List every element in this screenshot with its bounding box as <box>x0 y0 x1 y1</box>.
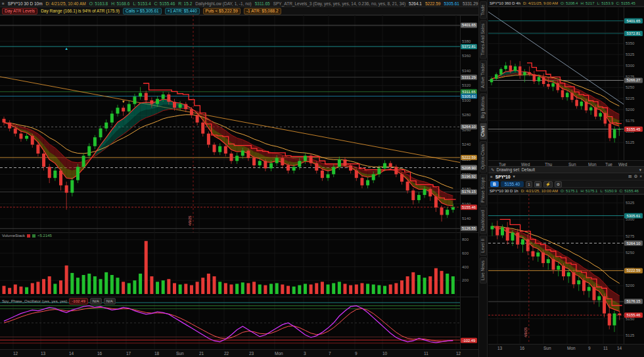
chart-b-time-axis[interactable]: 1316SunMon91114 <box>488 344 644 350</box>
oscillator-label-text: Spy_Phase_Oscillator (yes, yes, yes) <box>2 299 67 303</box>
sidebar-tab-active-trader[interactable]: Active Trader <box>480 60 487 91</box>
sidebar-tab-times-and-sales[interactable]: Times And Sales <box>480 20 487 59</box>
right-sidebar: SPY*10 360 D 4hD: 4/21/25, 9:00 AMO: 520… <box>488 0 644 357</box>
header-field: H: 5175.1 <box>580 189 597 193</box>
svg-text:5222.59: 5222.59 <box>462 156 476 159</box>
drawing-set-bar[interactable]: ✎ Drawing set: Default ▾ <box>488 166 644 173</box>
x-axis-label: 10 <box>382 351 387 356</box>
toolbar-field: H: 5168.6 <box>111 1 129 6</box>
atr-chip: +1 ATR: $5,440 <box>165 8 200 14</box>
svg-text:5208.90: 5208.90 <box>462 166 476 170</box>
chart-b-header: SPY*10 30 D 1hD: 4/21/25, 10:00 AMO: 517… <box>488 188 644 194</box>
header-field: C: 5155.46 <box>620 189 639 193</box>
gear-icon[interactable]: ⚙ <box>633 174 637 179</box>
toolbar-field: 5264.1 <box>409 1 422 6</box>
toolbar-field: 5222.59 <box>425 1 441 6</box>
svg-text:5125: 5125 <box>626 333 635 337</box>
rows-icon[interactable]: ▤ <box>534 181 542 188</box>
volume-value: <5.2145 <box>37 234 52 238</box>
svg-text:5372.81: 5372.81 <box>627 32 641 35</box>
main-price-chart[interactable]: 5400538053605340532053005280526052405220… <box>0 15 478 232</box>
chart-b-1h[interactable]: 5325530052755250522552005175515051254/9/… <box>488 194 644 344</box>
sidebar-tab-phase-scope[interactable]: Phase Scope <box>480 174 487 206</box>
toolbar-field: DailyHighLow (DAY, 1, -1, no) <box>195 1 251 6</box>
x-axis-label: 14 <box>69 351 74 356</box>
svg-text:600: 600 <box>462 251 469 255</box>
atr-chip: -1 ATR: $5,088.2 <box>244 8 281 14</box>
sell-volume-swatch <box>27 234 30 238</box>
toolbar-field: SPY_ATR_Levels_3 (Day, yes, yes, yes, 14… <box>273 1 405 6</box>
menu-icon[interactable]: ≡ <box>490 175 493 179</box>
svg-text:4/9/25: 4/9/25 <box>524 327 528 337</box>
x-axis-label: 9 <box>355 351 357 356</box>
quantity-stepper[interactable]: 1 <box>526 181 532 188</box>
toolbar-fields: SPY*10 30 D 10mD: 4/21/25, 10:40 AMO: 51… <box>8 1 478 6</box>
trader-action-icons: ▤⚡⚙ <box>534 181 563 188</box>
sidebar-tab-option-chain[interactable]: Option Chain <box>480 141 487 173</box>
svg-text:5264.10: 5264.10 <box>462 125 476 129</box>
toolbar-field: 5305.61 <box>444 1 459 6</box>
svg-text:-102.49: -102.49 <box>463 339 476 343</box>
chart-a-time-axis[interactable]: TueWedThuSunMonTueWed <box>488 160 644 166</box>
chevron-down-icon[interactable]: ▾ <box>639 167 641 173</box>
buy-button[interactable]: B <box>490 181 499 187</box>
trader-symbol[interactable]: SPY*10 <box>495 175 511 179</box>
menu-icon[interactable]: ≡ <box>2 1 5 6</box>
svg-text:▼: ▼ <box>122 100 126 104</box>
svg-text:800: 800 <box>462 238 469 242</box>
close-icon[interactable]: × <box>639 174 642 179</box>
sidebar-tab-chart[interactable]: Chart <box>480 123 487 140</box>
atr-chip: Puts < $5,222.59 <box>203 8 241 14</box>
main-time-axis[interactable]: 121314161718Sun212223Mon379101112 <box>0 349 478 357</box>
sidebar-tab-big-buttons[interactable]: Big Buttons <box>480 93 487 121</box>
buy-volume-swatch <box>32 234 35 238</box>
svg-text:5126.55: 5126.55 <box>462 226 476 230</box>
sidebar-tab-level-ii[interactable]: Level II <box>480 236 487 256</box>
x-axis-label: Mon <box>275 351 283 356</box>
sidebar-tab-live-news[interactable]: Live News <box>480 257 487 284</box>
header-field: O: 5208.4 <box>561 1 578 5</box>
chevron-down-icon[interactable]: ▾ <box>513 174 515 179</box>
svg-text:5300: 5300 <box>462 98 471 102</box>
svg-text:5176.15: 5176.15 <box>462 190 476 194</box>
oscillator-values: -102.49N/AN/A <box>69 298 115 304</box>
toolbar-field: D: 4/21/25, 10:40 AM <box>46 1 86 6</box>
x-axis-label: 22 <box>224 351 229 356</box>
drawing-set-label: Drawing set: Default <box>496 167 535 172</box>
chart-a-header: SPY*10 360 D 4hD: 4/21/25, 9:00 AMO: 520… <box>488 0 644 7</box>
svg-text:5401.65: 5401.65 <box>627 19 641 23</box>
oscillator-value-chip: N/A <box>90 298 102 304</box>
svg-text:5300: 5300 <box>626 64 635 68</box>
header-field: O: 5175.1 <box>561 189 578 193</box>
gear-icon[interactable]: ⚙ <box>555 181 562 188</box>
oscillator-study-label: Spy_Phase_Oscillator (yes, yes, yes) -10… <box>2 298 116 304</box>
atr-levels-banner: Day ATR Levels Day Range (166.1) is 94% … <box>0 7 478 15</box>
grid-icon[interactable]: ⊞ <box>628 174 632 179</box>
x-axis-label: 12 <box>13 351 18 356</box>
sidebar-tab-dashboard[interactable]: Dashboard <box>480 207 487 234</box>
volume-study-label: VolumeStack <5.2145 <box>2 234 52 238</box>
sidebar-tab-trade[interactable]: Trade <box>480 1 487 19</box>
oscillator-value-chip: -102.49 <box>69 298 87 304</box>
svg-text:5305.61: 5305.61 <box>462 94 476 98</box>
trading-platform-window: ≡ SPY*10 30 D 10mD: 4/21/25, 10:40 AMO: … <box>0 0 644 357</box>
header-field: SPY*10 360 D 4h <box>490 1 520 5</box>
toolbar-field: L: 5153.4 <box>133 1 150 6</box>
chart-a-4h[interactable]: 5400537553505325530052755250522552005175… <box>488 7 644 160</box>
svg-text:5266.27: 5266.27 <box>627 78 641 82</box>
toolbar-field: C: 5155.46 <box>154 1 175 6</box>
lightning-icon[interactable]: ⚡ <box>543 181 553 188</box>
svg-text:5360: 5360 <box>462 54 471 58</box>
svg-text:5325: 5325 <box>626 201 635 205</box>
header-field: L: 5150.9 <box>600 189 616 193</box>
volume-pane[interactable]: 800600400200 <box>0 232 478 297</box>
header-field: SPY*10 30 D 1h <box>490 189 518 193</box>
svg-text:5250: 5250 <box>626 85 635 89</box>
oscillator-pane[interactable]: -102.49 <box>0 297 478 349</box>
gadget-tab-strip: TradeTimes And SalesActive TraderBig But… <box>478 0 488 357</box>
header-field: H: 5217 <box>580 1 594 5</box>
header-field: D: 4/21/25, 10:00 AM <box>521 189 558 193</box>
toolbar-field: O: 5163.8 <box>89 1 108 6</box>
trader-top-icons: ⊞⚙× <box>628 174 642 179</box>
buy-price-button[interactable]: 5155.40 <box>501 181 524 187</box>
